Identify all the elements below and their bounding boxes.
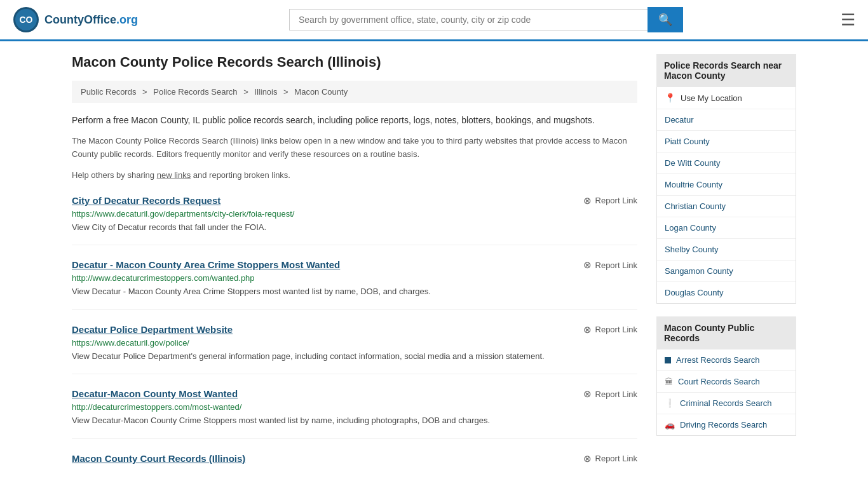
building-icon: 🏛	[665, 377, 673, 386]
report-link-4[interactable]: ⊗ Report Link	[583, 453, 637, 464]
sidebar-link-decatur[interactable]: Decatur	[665, 115, 694, 125]
svg-text:CO: CO	[20, 15, 33, 25]
report-label: Report Link	[595, 325, 637, 334]
nearby-list: 📍 Use My Location Decatur Piatt County D…	[656, 87, 796, 304]
record-url[interactable]: https://www.decaturil.gov/police/	[72, 338, 637, 348]
breadcrumb-current: Macon County	[294, 87, 348, 97]
report-icon: ⊗	[583, 195, 592, 207]
report-link-2[interactable]: ⊗ Report Link	[583, 324, 637, 336]
nearby-heading: Police Records Search near Macon County	[656, 54, 796, 87]
record-header: Decatur - Macon County Area Crime Stoppe…	[72, 259, 637, 271]
record-item: Decatur Police Department Website ⊗ Repo…	[72, 324, 637, 375]
main-container: Macon County Police Records Search (Illi…	[59, 41, 809, 488]
sidebar-item-logan[interactable]: Logan County	[657, 217, 796, 239]
record-item: City of Decatur Records Request ⊗ Report…	[72, 195, 637, 246]
search-icon: 🔍	[658, 13, 672, 26]
sidebar-link-criminal[interactable]: Criminal Records Search	[680, 398, 772, 408]
sidebar-item-christian[interactable]: Christian County	[657, 196, 796, 217]
breadcrumb-illinois[interactable]: Illinois	[254, 87, 277, 97]
hamburger-icon: ☰	[841, 10, 855, 29]
report-link-1[interactable]: ⊗ Report Link	[583, 259, 637, 271]
new-links[interactable]: new links	[157, 170, 191, 180]
search-input[interactable]	[289, 9, 648, 30]
public-records-section: Macon County Public Records Arrest Recor…	[656, 316, 796, 436]
sidebar-item-dewitt[interactable]: De Witt County	[657, 152, 796, 174]
sidebar-item-arrest[interactable]: Arrest Records Search	[657, 349, 796, 371]
page-title: Macon County Police Records Search (Illi…	[72, 54, 637, 71]
public-records-heading: Macon County Public Records	[656, 316, 796, 349]
record-header: Decatur-Macon County Most Wanted ⊗ Repor…	[72, 388, 637, 400]
location-pin-icon: 📍	[665, 93, 675, 103]
record-desc: View Decatur - Macon County Area Crime S…	[72, 285, 637, 298]
record-title[interactable]: Decatur-Macon County Most Wanted	[72, 388, 238, 399]
logo-icon: CO	[13, 6, 39, 33]
record-item: Decatur - Macon County Area Crime Stoppe…	[72, 259, 637, 310]
report-label: Report Link	[595, 390, 637, 399]
description-3: Help others by sharing new links and rep…	[72, 169, 637, 182]
record-title[interactable]: Decatur - Macon County Area Crime Stoppe…	[72, 259, 340, 270]
breadcrumb-sep-3: >	[283, 87, 290, 97]
desc3-suffix: and reporting broken links.	[191, 170, 290, 180]
record-title[interactable]: City of Decatur Records Request	[72, 195, 220, 206]
square-icon	[665, 357, 671, 363]
sidebar-link-arrest[interactable]: Arrest Records Search	[676, 355, 760, 365]
report-label: Report Link	[595, 196, 637, 205]
record-item: Decatur-Macon County Most Wanted ⊗ Repor…	[72, 388, 637, 439]
record-desc: View City of Decatur records that fall u…	[72, 221, 637, 234]
record-desc: View Decatur-Macon County Crime Stoppers…	[72, 414, 637, 427]
breadcrumb-police-records[interactable]: Police Records Search	[153, 87, 237, 97]
sidebar-link-moultrie[interactable]: Moultrie County	[665, 180, 722, 189]
logo-text-area: CountyOffice.org	[44, 13, 138, 27]
report-link-3[interactable]: ⊗ Report Link	[583, 388, 637, 400]
record-header: Decatur Police Department Website ⊗ Repo…	[72, 324, 637, 336]
sidebar-item-court[interactable]: 🏛 Court Records Search	[657, 371, 796, 393]
logo-area: CO CountyOffice.org	[13, 6, 138, 33]
breadcrumb-public-records[interactable]: Public Records	[81, 87, 136, 97]
breadcrumb: Public Records > Police Records Search >…	[72, 81, 637, 103]
menu-button[interactable]: ☰	[841, 10, 855, 30]
search-area: 🔍	[289, 7, 683, 32]
sidebar-link-logan[interactable]: Logan County	[665, 223, 716, 233]
sidebar-link-dewitt[interactable]: De Witt County	[665, 158, 720, 168]
record-url[interactable]: https://www.decaturil.gov/departments/ci…	[72, 209, 637, 219]
breadcrumb-sep-1: >	[142, 87, 149, 97]
report-label: Report Link	[595, 261, 637, 270]
report-icon: ⊗	[583, 453, 592, 464]
sidebar-item-criminal[interactable]: ❕ Criminal Records Search	[657, 393, 796, 414]
logo-text: CountyOffice.org	[44, 13, 138, 26]
sidebar-item-piatt[interactable]: Piatt County	[657, 131, 796, 152]
breadcrumb-sep-2: >	[243, 87, 250, 97]
sidebar-item-shelby[interactable]: Shelby County	[657, 239, 796, 261]
sidebar-link-court[interactable]: Court Records Search	[678, 377, 760, 386]
header: CO CountyOffice.org 🔍 ☰	[0, 0, 868, 41]
sidebar-item-driving[interactable]: 🚗 Driving Records Search	[657, 414, 796, 435]
report-icon: ⊗	[583, 324, 592, 336]
sidebar-item-decatur[interactable]: Decatur	[657, 109, 796, 131]
sidebar-link-sangamon[interactable]: Sangamon County	[665, 266, 733, 276]
sidebar-link-shelby[interactable]: Shelby County	[665, 245, 719, 254]
car-icon: 🚗	[665, 420, 675, 430]
sidebar-item-sangamon[interactable]: Sangamon County	[657, 261, 796, 282]
record-title[interactable]: Decatur Police Department Website	[72, 324, 233, 335]
record-title[interactable]: Macon County Court Records (Illinois)	[72, 453, 245, 464]
sidebar-item-douglas[interactable]: Douglas County	[657, 282, 796, 303]
records-list: City of Decatur Records Request ⊗ Report…	[72, 195, 637, 478]
nearby-section: Police Records Search near Macon County …	[656, 54, 796, 304]
record-header: Macon County Court Records (Illinois) ⊗ …	[72, 453, 637, 464]
record-header: City of Decatur Records Request ⊗ Report…	[72, 195, 637, 207]
search-button[interactable]: 🔍	[648, 7, 683, 32]
sidebar-link-christian[interactable]: Christian County	[665, 201, 726, 211]
sidebar-link-piatt[interactable]: Piatt County	[665, 137, 710, 146]
sidebar-link-douglas[interactable]: Douglas County	[665, 288, 724, 297]
report-link-0[interactable]: ⊗ Report Link	[583, 195, 637, 207]
record-desc: View Decatur Police Department's general…	[72, 350, 637, 363]
report-label: Report Link	[595, 454, 637, 463]
sidebar-item-moultrie[interactable]: Moultrie County	[657, 174, 796, 196]
description-2: The Macon County Police Records Search (…	[72, 135, 637, 161]
public-records-list: Arrest Records Search 🏛 Court Records Se…	[656, 349, 796, 436]
record-url[interactable]: http://www.decaturcrimestoppers.com/want…	[72, 273, 637, 283]
record-url[interactable]: http://decaturcrimestoppers.com/most-wan…	[72, 402, 637, 412]
sidebar-use-location[interactable]: 📍 Use My Location	[657, 87, 796, 109]
sidebar-link-driving[interactable]: Driving Records Search	[680, 420, 767, 430]
description-1: Perform a free Macon County, IL public p…	[72, 113, 637, 127]
